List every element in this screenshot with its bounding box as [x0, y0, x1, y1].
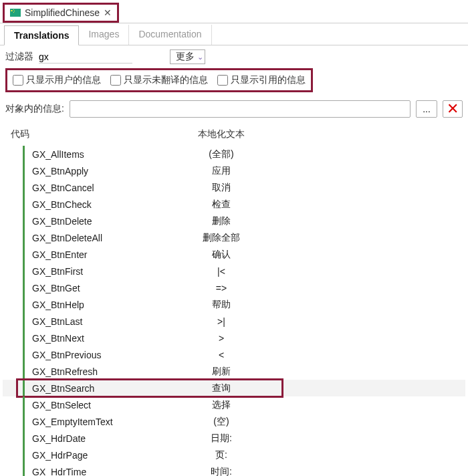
row-code: GX_BtnHelp [17, 300, 161, 310]
row-code: GX_BtnRefresh [17, 366, 161, 377]
chevron-down-icon: ⌄ [197, 53, 203, 62]
svg-rect-0 [10, 9, 21, 17]
row-code: GX_BtnGet [17, 283, 161, 293]
filter-label: 过滤器 [5, 51, 33, 63]
row-code: GX_BtnSelect [17, 400, 161, 410]
table-row[interactable]: GX_BtnPrevious< [3, 346, 465, 363]
more-dropdown-label: 更多 [176, 51, 195, 63]
browse-button[interactable]: ... [416, 100, 437, 118]
table-row[interactable]: GX_BtnHelp帮助 [3, 296, 465, 313]
row-localized: => [161, 283, 281, 293]
table-row[interactable]: GX_BtnGet=> [3, 279, 465, 296]
language-flag-icon [10, 9, 21, 17]
checkbox-untranslated[interactable]: 只显示未翻译的信息 [110, 74, 208, 86]
table-row[interactable]: GX_BtnLast>| [3, 313, 465, 330]
table-row[interactable]: GX_BtnCheck检查 [3, 196, 465, 213]
table-header-localized[interactable]: 本地化文本 [161, 128, 281, 140]
checkbox-user-messages[interactable]: 只显示用户的信息 [13, 74, 101, 86]
clear-button[interactable]: ✕ [443, 100, 463, 118]
row-code: GX_BtnCancel [17, 183, 161, 193]
svg-rect-2 [13, 9, 14, 10]
object-info-input[interactable] [70, 100, 411, 118]
row-localized: 帮助 [161, 299, 281, 311]
object-info-label: 对象内的信息: [5, 103, 64, 115]
table-row[interactable]: GX_BtnFirst|< [3, 263, 465, 279]
row-localized: 选择 [161, 399, 281, 411]
table-row[interactable]: GX_BtnApply应用 [3, 162, 465, 179]
row-code: GX_BtnDelete [17, 216, 161, 227]
row-localized: 日期: [161, 433, 281, 445]
row-localized: >| [161, 316, 281, 327]
row-localized: (空) [161, 416, 281, 428]
checkbox-referenced-input[interactable] [217, 75, 228, 86]
close-tab-icon[interactable]: ✕ [104, 7, 112, 18]
row-localized: 查询 [161, 382, 281, 394]
object-info-bar: 对象内的信息: ... ✕ [0, 98, 468, 120]
svg-rect-1 [11, 10, 13, 11]
row-code: GX_AllItems [17, 149, 161, 160]
tab-images[interactable]: Images [79, 25, 129, 45]
table-row[interactable]: GX_BtnDeleteAll删除全部 [3, 229, 465, 246]
table-row[interactable]: GX_BtnEnter确认 [3, 246, 465, 263]
table-row[interactable]: GX_BtnSelect选择 [3, 396, 465, 413]
svg-rect-4 [13, 12, 14, 13]
window-tab-simplified-chinese[interactable]: SimplifiedChinese ✕ [3, 3, 119, 23]
table-row[interactable]: GX_AllItems(全部) [3, 146, 465, 162]
filter-input[interactable] [39, 51, 132, 64]
checkbox-user-messages-label: 只显示用户的信息 [26, 74, 101, 86]
row-code: GX_BtnSearch [17, 383, 161, 394]
table-row[interactable]: GX_HdrDate日期: [3, 430, 465, 447]
tab-translations[interactable]: Translations [4, 25, 79, 45]
table-row[interactable]: GX_BtnRefresh刷新 [3, 363, 465, 380]
row-code: GX_EmptyItemText [17, 416, 161, 427]
row-code: GX_BtnEnter [17, 249, 161, 260]
row-localized: 页: [161, 449, 281, 461]
table-header: 代码 本地化文本 [3, 126, 465, 146]
row-localized: 应用 [161, 165, 281, 177]
row-localized: 删除全部 [161, 232, 281, 244]
checkbox-untranslated-label: 只显示未翻译的信息 [124, 74, 208, 86]
filter-bar: 过滤器 更多 ⌄ [0, 45, 468, 67]
table-row[interactable]: GX_BtnSearch查询 [3, 380, 465, 396]
row-code: GX_HdrTime [17, 467, 161, 477]
row-code: GX_BtnFirst [17, 266, 161, 277]
row-localized: |< [161, 266, 281, 277]
row-code: GX_BtnDeleteAll [17, 233, 161, 243]
sub-tab-bar: Translations Images Documentation [0, 25, 468, 45]
checkbox-referenced[interactable]: 只显示引用的信息 [217, 74, 306, 86]
row-code: GX_BtnCheck [17, 199, 161, 210]
window-tab-bar: SimplifiedChinese ✕ [0, 0, 468, 23]
checkbox-referenced-label: 只显示引用的信息 [231, 74, 306, 86]
checkbox-bar: 只显示用户的信息 只显示未翻译的信息 只显示引用的信息 [5, 68, 313, 92]
table-body: GX_AllItems(全部)GX_BtnApply应用GX_BtnCancel… [3, 146, 465, 476]
row-localized: (全部) [161, 148, 281, 160]
svg-rect-3 [14, 11, 15, 11]
row-code: GX_HdrPage [17, 450, 161, 461]
translations-table: 代码 本地化文本 GX_AllItems(全部)GX_BtnApply应用GX_… [3, 126, 465, 476]
row-code: GX_BtnApply [17, 166, 161, 176]
row-localized: < [161, 350, 281, 360]
row-localized: 检查 [161, 199, 281, 211]
row-localized: 取消 [161, 182, 281, 194]
checkbox-untranslated-input[interactable] [110, 75, 121, 86]
close-icon: ✕ [447, 100, 459, 118]
row-localized: 确认 [161, 249, 281, 261]
row-code: GX_HdrDate [17, 433, 161, 444]
table-header-code[interactable]: 代码 [11, 128, 161, 140]
more-dropdown[interactable]: 更多 ⌄ [170, 49, 205, 64]
checkbox-user-messages-input[interactable] [13, 75, 23, 86]
table-row[interactable]: GX_BtnDelete删除 [3, 213, 465, 229]
window-tab-title: SimplifiedChinese [25, 7, 100, 18]
table-row[interactable]: GX_BtnNext> [3, 330, 465, 346]
table-row[interactable]: GX_EmptyItemText(空) [3, 413, 465, 430]
table-row[interactable]: GX_BtnCancel取消 [3, 179, 465, 196]
row-code: GX_BtnLast [17, 316, 161, 327]
row-localized: 删除 [161, 215, 281, 227]
row-code: GX_BtnNext [17, 333, 161, 344]
table-row[interactable]: GX_HdrTime时间: [3, 463, 465, 476]
row-localized: 时间: [161, 466, 281, 477]
row-localized: 刷新 [161, 366, 281, 378]
row-localized: > [161, 333, 281, 344]
table-row[interactable]: GX_HdrPage页: [3, 447, 465, 463]
tab-documentation[interactable]: Documentation [129, 25, 211, 45]
